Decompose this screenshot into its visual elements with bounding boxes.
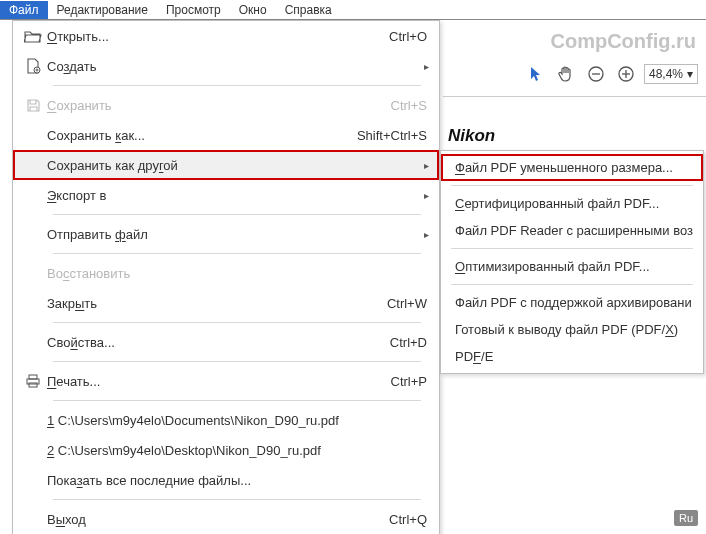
menu-close-shortcut: Ctrl+W [387, 296, 427, 311]
menu-recent-1[interactable]: 1 C:\Users\m9y4elo\Documents\Nikon_D90_r… [13, 405, 439, 435]
save-disk-icon [19, 98, 47, 113]
menu-properties-label: Свойства... [47, 335, 390, 350]
menu-open[interactable]: Открыть... Ctrl+O [13, 21, 439, 51]
menu-separator [53, 322, 421, 323]
menu-show-all-recent[interactable]: Показать все последние файлы... [13, 465, 439, 495]
menu-help[interactable]: Справка [276, 1, 341, 19]
submenu-optimized-pdf[interactable]: Оптимизированный файл PDF... [441, 253, 703, 280]
menu-close[interactable]: Закрыть Ctrl+W [13, 288, 439, 318]
menu-save: Сохранить Ctrl+S [13, 90, 439, 120]
file-menu-dropdown: Открыть... Ctrl+O Создать ▸ Сохранить Ct… [12, 20, 440, 534]
menu-save-as-other[interactable]: Сохранить как другой ▸ [13, 150, 439, 180]
menu-separator [53, 214, 421, 215]
menu-properties-shortcut: Ctrl+D [390, 335, 427, 350]
zoom-in-icon[interactable] [614, 62, 638, 86]
save-as-other-submenu: Файл PDF уменьшенного размера... Сертифи… [440, 150, 704, 374]
folder-open-icon [19, 29, 47, 43]
menu-send-file[interactable]: Отправить файл ▸ [13, 219, 439, 249]
submenu-arrow-icon: ▸ [424, 160, 429, 171]
zoom-value: 48,4% [649, 67, 683, 81]
submenu-separator [451, 248, 693, 249]
menu-create-label: Создать [47, 59, 427, 74]
zoom-out-icon[interactable] [584, 62, 608, 86]
menu-print-shortcut: Ctrl+P [391, 374, 427, 389]
menu-open-label: Открыть... [47, 29, 389, 44]
menu-print-label: Печать... [47, 374, 391, 389]
menu-separator [53, 253, 421, 254]
language-badge: Ru [674, 510, 698, 526]
menu-recent-1-label: 1 C:\Users\m9y4elo\Documents\Nikon_D90_r… [47, 413, 427, 428]
toolbar-right: 48,4% ▾ [524, 62, 698, 86]
menu-show-all-recent-label: Показать все последние файлы... [47, 473, 427, 488]
menu-recent-2[interactable]: 2 C:\Users\m9y4elo\Desktop\Nikon_D90_ru.… [13, 435, 439, 465]
submenu-reduced-size-pdf[interactable]: Файл PDF уменьшенного размера... [441, 154, 703, 181]
submenu-separator [451, 185, 693, 186]
menu-close-label: Закрыть [47, 296, 387, 311]
menu-save-shortcut: Ctrl+S [391, 98, 427, 113]
printer-icon [19, 373, 47, 389]
menu-save-as[interactable]: Сохранить как... Shift+Ctrl+S [13, 120, 439, 150]
menu-export[interactable]: Экспорт в ▸ [13, 180, 439, 210]
menu-save-as-shortcut: Shift+Ctrl+S [357, 128, 427, 143]
submenu-arrow-icon: ▸ [424, 190, 429, 201]
toolbar-separator [443, 96, 706, 97]
submenu-pdf-e[interactable]: PDF/E [441, 343, 703, 370]
menu-edit[interactable]: Редактирование [48, 1, 157, 19]
menu-exit[interactable]: Выход Ctrl+Q [13, 504, 439, 534]
menu-print[interactable]: Печать... Ctrl+P [13, 366, 439, 396]
submenu-reader-extended-pdf[interactable]: Файл PDF Reader с расширенными воз [441, 217, 703, 244]
watermark-text: CompConfig.ru [550, 30, 696, 53]
menu-separator [53, 499, 421, 500]
menu-save-label: Сохранить [47, 98, 391, 113]
menubar: Файл Редактирование Просмотр Окно Справк… [0, 0, 706, 20]
menu-view[interactable]: Просмотр [157, 1, 230, 19]
menu-save-as-label: Сохранить как... [47, 128, 357, 143]
zoom-level-dropdown[interactable]: 48,4% ▾ [644, 64, 698, 84]
submenu-print-ready-pdf[interactable]: Готовый к выводу файл PDF (PDF/X) [441, 316, 703, 343]
menu-separator [53, 361, 421, 362]
menu-send-file-label: Отправить файл [47, 227, 427, 242]
menu-exit-label: Выход [47, 512, 389, 527]
menu-properties[interactable]: Свойства... Ctrl+D [13, 327, 439, 357]
document-brand-text: Nikon [448, 126, 495, 146]
cursor-tool-icon[interactable] [524, 62, 548, 86]
submenu-arrow-icon: ▸ [424, 229, 429, 240]
file-new-icon [19, 58, 47, 74]
menu-exit-shortcut: Ctrl+Q [389, 512, 427, 527]
menu-separator [53, 85, 421, 86]
menu-export-label: Экспорт в [47, 188, 427, 203]
menu-separator [53, 400, 421, 401]
hand-tool-icon[interactable] [554, 62, 578, 86]
menu-window[interactable]: Окно [230, 1, 276, 19]
menu-restore: Восстановить [13, 258, 439, 288]
menu-open-shortcut: Ctrl+O [389, 29, 427, 44]
submenu-arrow-icon: ▸ [424, 61, 429, 72]
menu-file[interactable]: Файл [0, 1, 48, 19]
svg-rect-8 [29, 375, 37, 379]
menu-restore-label: Восстановить [47, 266, 427, 281]
chevron-down-icon: ▾ [687, 67, 693, 81]
submenu-certified-pdf[interactable]: Сертифицированный файл PDF... [441, 190, 703, 217]
menu-recent-2-label: 2 C:\Users\m9y4elo\Desktop\Nikon_D90_ru.… [47, 443, 427, 458]
submenu-separator [451, 284, 693, 285]
submenu-archive-pdf[interactable]: Файл PDF с поддержкой архивировани [441, 289, 703, 316]
menu-create[interactable]: Создать ▸ [13, 51, 439, 81]
menu-save-as-other-label: Сохранить как другой [47, 158, 427, 173]
